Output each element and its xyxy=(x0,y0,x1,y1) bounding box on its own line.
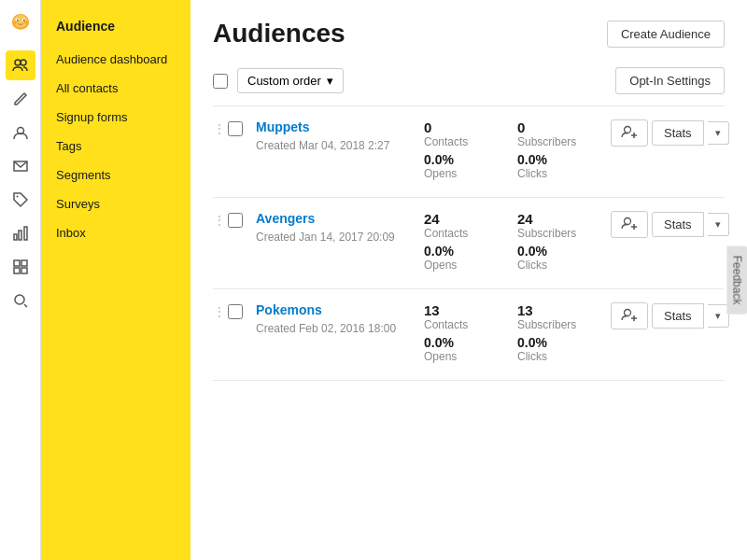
table-row: ⋮ Pokemons Created Feb 02, 2016 18:00 13… xyxy=(213,289,725,381)
svg-rect-15 xyxy=(14,260,20,266)
nav-item-all-contacts[interactable]: All contacts xyxy=(41,74,190,103)
svg-point-4 xyxy=(17,20,19,21)
feedback-tab[interactable]: Feedback xyxy=(727,246,747,315)
sidebar-icon-campaigns[interactable] xyxy=(6,151,35,181)
opens-label: Opens xyxy=(424,259,517,272)
stats-dropdown-button[interactable]: ▾ xyxy=(708,304,729,328)
subscribers-label: Subscribers xyxy=(517,135,611,148)
audience-created-date: Created Feb 02, 2016 18:00 xyxy=(256,322,396,335)
svg-point-11 xyxy=(16,196,18,198)
subscribers-count: 13 xyxy=(517,302,611,318)
row-actions: Stats ▾ xyxy=(611,119,729,147)
nav-item-segments[interactable]: Segments xyxy=(41,161,190,189)
contacts-label: Contacts xyxy=(424,318,517,331)
row-actions: Stats ▾ xyxy=(611,211,729,238)
nav-item-signup-forms[interactable]: Signup forms xyxy=(41,103,190,132)
opt-in-settings-button[interactable]: Opt-In Settings xyxy=(615,67,725,94)
sidebar xyxy=(0,0,41,560)
opens-label: Opens xyxy=(424,350,517,363)
svg-point-6 xyxy=(13,21,17,24)
sidebar-icon-reports[interactable] xyxy=(6,218,35,248)
toolbar: Custom order ▾ Opt-In Settings xyxy=(213,67,725,94)
svg-rect-13 xyxy=(19,231,21,240)
stats-dropdown-button[interactable]: ▾ xyxy=(708,213,729,236)
nav-item-surveys[interactable]: Surveys xyxy=(41,189,190,218)
drag-handle-icon[interactable]: ⋮ xyxy=(213,302,228,319)
svg-point-1 xyxy=(13,15,27,28)
clicks-label: Clicks xyxy=(517,167,611,180)
contacts-count: 0 xyxy=(424,119,517,135)
audience-created-date: Created Mar 04, 2018 2:27 xyxy=(256,139,389,152)
audience-name-link[interactable]: Muppets xyxy=(256,119,424,134)
opens-value: 0.0% xyxy=(424,244,517,259)
audience-name-link[interactable]: Avengers xyxy=(256,211,424,226)
svg-point-7 xyxy=(23,21,27,24)
clicks-value: 0.0% xyxy=(517,335,611,350)
nav-panel-title: Audience xyxy=(41,11,190,45)
svg-point-8 xyxy=(15,60,21,65)
sidebar-icon-grid[interactable] xyxy=(6,252,35,282)
row-checkbox-avengers[interactable] xyxy=(228,211,247,231)
toolbar-left: Custom order ▾ xyxy=(213,68,344,93)
opens-value: 0.0% xyxy=(424,152,517,167)
contacts-count: 13 xyxy=(424,302,517,318)
opens-label: Opens xyxy=(424,167,517,180)
main-content: Audiences Create Audience Custom order ▾… xyxy=(190,0,747,560)
contacts-label: Contacts xyxy=(424,227,517,240)
sidebar-icon-edit[interactable] xyxy=(6,84,35,114)
audience-name-link[interactable]: Pokemons xyxy=(256,302,424,317)
subscribers-group: 0 Subscribers 0.0% Clicks xyxy=(517,119,611,184)
sidebar-icon-tags[interactable] xyxy=(6,185,35,215)
drag-handle-icon[interactable]: ⋮ xyxy=(213,119,228,136)
add-contact-button[interactable] xyxy=(611,302,648,329)
table-row: ⋮ Muppets Created Mar 04, 2018 2:27 0 Co… xyxy=(213,106,725,198)
row-checkbox-muppets[interactable] xyxy=(228,119,247,140)
contacts-group: 24 Contacts 0.0% Opens xyxy=(424,211,517,275)
add-contact-button[interactable] xyxy=(611,119,648,147)
contacts-count: 24 xyxy=(424,211,517,227)
nav-item-audience-dashboard[interactable]: Audience dashboard xyxy=(41,45,190,74)
page-title: Audiences xyxy=(213,19,345,49)
stats-button[interactable]: Stats xyxy=(652,212,704,237)
audience-name-col: Pokemons Created Feb 02, 2016 18:00 xyxy=(256,302,424,336)
svg-point-9 xyxy=(21,60,26,65)
sidebar-icon-search[interactable] xyxy=(6,286,35,315)
clicks-label: Clicks xyxy=(517,350,611,363)
logo xyxy=(7,7,34,37)
add-contact-button[interactable] xyxy=(611,211,648,238)
clicks-value: 0.0% xyxy=(517,244,611,259)
audience-name-col: Muppets Created Mar 04, 2018 2:27 xyxy=(256,119,424,153)
contacts-group: 13 Contacts 0.0% Opens xyxy=(424,302,517,367)
subscribers-group: 13 Subscribers 0.0% Clicks xyxy=(517,302,611,367)
clicks-label: Clicks xyxy=(517,259,611,272)
contacts-label: Contacts xyxy=(424,135,517,148)
nav-item-inbox[interactable]: Inbox xyxy=(41,218,190,247)
audience-created-date: Created Jan 14, 2017 20:09 xyxy=(256,231,395,244)
stats-button[interactable]: Stats xyxy=(652,120,704,146)
audience-name-col: Avengers Created Jan 14, 2017 20:09 xyxy=(256,211,424,245)
nav-panel: Audience Audience dashboard All contacts… xyxy=(41,0,190,560)
audience-list: ⋮ Muppets Created Mar 04, 2018 2:27 0 Co… xyxy=(213,105,725,381)
svg-rect-12 xyxy=(14,234,17,240)
subscribers-count: 24 xyxy=(517,211,611,227)
svg-point-20 xyxy=(625,127,631,133)
svg-rect-18 xyxy=(21,268,27,273)
subscribers-group: 24 Subscribers 0.0% Clicks xyxy=(517,211,611,275)
sidebar-icon-contacts[interactable] xyxy=(6,118,35,147)
sidebar-icon-audience[interactable] xyxy=(6,50,35,80)
nav-item-tags[interactable]: Tags xyxy=(41,132,190,161)
row-actions: Stats ▾ xyxy=(611,302,729,329)
opens-value: 0.0% xyxy=(424,335,517,350)
select-all-checkbox[interactable] xyxy=(213,74,228,89)
sort-dropdown[interactable]: Custom order ▾ xyxy=(237,68,344,93)
stats-button[interactable]: Stats xyxy=(652,303,704,329)
drag-handle-icon[interactable]: ⋮ xyxy=(213,211,228,228)
subscribers-label: Subscribers xyxy=(517,318,611,331)
svg-point-5 xyxy=(23,20,25,21)
clicks-value: 0.0% xyxy=(517,152,611,167)
svg-rect-14 xyxy=(24,227,27,240)
stats-dropdown-button[interactable]: ▾ xyxy=(708,121,729,145)
create-audience-button[interactable]: Create Audience xyxy=(607,21,725,48)
svg-rect-16 xyxy=(21,260,27,266)
row-checkbox-pokemons[interactable] xyxy=(228,302,247,323)
